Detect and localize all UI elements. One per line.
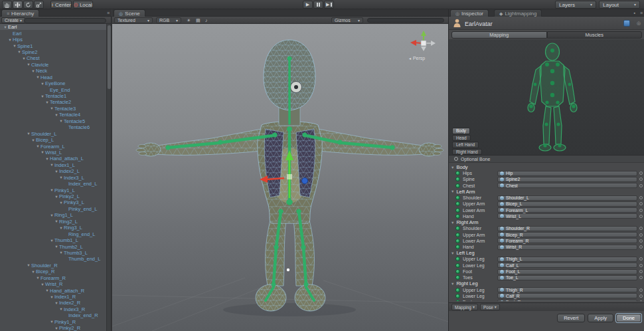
foldout-arrow-icon[interactable]: ▼ bbox=[58, 175, 64, 179]
hierarchy-item[interactable]: ▼Index2_L bbox=[0, 168, 106, 174]
hierarchy-item[interactable]: ▼Shoulder_R bbox=[0, 263, 106, 269]
bone-status-icon[interactable] bbox=[639, 276, 643, 279]
foldout-arrow-icon[interactable]: ▼ bbox=[35, 144, 40, 148]
revert-button[interactable]: Revert bbox=[557, 314, 585, 322]
foldout-arrow-icon[interactable]: ▼ bbox=[49, 320, 54, 324]
rotate-tool-button[interactable] bbox=[23, 1, 33, 9]
hierarchy-item[interactable]: ▼Ring3_L bbox=[0, 225, 106, 231]
foldout-arrow-icon[interactable]: ▼ bbox=[58, 307, 64, 311]
hierarchy-item[interactable]: ▼Bicep_R bbox=[0, 269, 106, 275]
hierarchy-item[interactable]: ▼Ring1_L bbox=[0, 212, 106, 218]
pause-button[interactable] bbox=[313, 1, 323, 9]
hierarchy-item[interactable]: ▼Wrist_R bbox=[0, 281, 106, 287]
bone-status-icon[interactable] bbox=[639, 233, 643, 237]
create-dropdown[interactable]: Create ▾ bbox=[1, 17, 25, 23]
hierarchy-item[interactable]: Thumb_end_L bbox=[0, 256, 106, 262]
hierarchy-item[interactable]: ▼Thumb3_L bbox=[0, 250, 106, 256]
hierarchy-item[interactable]: ▼Thumb2_L bbox=[0, 243, 106, 249]
scene-viewport[interactable]: ◄ Persp bbox=[112, 24, 448, 331]
bone-status-icon[interactable] bbox=[639, 264, 643, 267]
step-button[interactable]: ▶ bbox=[324, 1, 334, 9]
foldout-arrow-icon[interactable]: ▼ bbox=[44, 100, 50, 104]
hierarchy-item[interactable]: ▼Pinky3_L bbox=[0, 199, 106, 205]
color-mode-dropdown[interactable]: RGB ▾ bbox=[156, 17, 181, 23]
help-icon[interactable]: ◎ bbox=[637, 21, 641, 26]
foldout-arrow-icon[interactable]: ▼ bbox=[3, 25, 8, 29]
hierarchy-item[interactable]: ▼Earl bbox=[0, 24, 106, 30]
bone-object-field[interactable]: Calf_R bbox=[497, 293, 637, 298]
pivot-center-button[interactable]: Center bbox=[50, 1, 72, 9]
tab-lightmapping[interactable]: ◆ Lightmapping bbox=[494, 9, 542, 17]
bone-section-header[interactable]: ▼Left Leg bbox=[449, 250, 644, 256]
move-tool-button[interactable] bbox=[13, 1, 23, 9]
bone-status-icon[interactable] bbox=[639, 171, 643, 175]
hierarchy-item[interactable]: ▼Tentacle1 bbox=[0, 93, 106, 99]
hierarchy-item[interactable]: ▼Neck bbox=[0, 68, 106, 74]
foldout-arrow-icon[interactable]: ▼ bbox=[49, 213, 54, 217]
hierarchy-item[interactable]: ▼Hand_attach_L bbox=[0, 156, 106, 162]
bone-object-field[interactable]: Bicep_L bbox=[497, 201, 637, 207]
bone-object-field[interactable]: Wrist_R bbox=[497, 245, 637, 250]
hierarchy-item[interactable]: ▼Head bbox=[0, 74, 106, 80]
bone-section-header[interactable]: ▼Left Arm bbox=[449, 189, 644, 195]
bone-object-field[interactable]: Foot_L bbox=[497, 269, 637, 275]
gizmos-dropdown[interactable]: Gizmos ▾ bbox=[331, 17, 363, 23]
hierarchy-item[interactable]: Tentacle6 bbox=[0, 124, 106, 130]
hierarchy-item[interactable]: ▼Pinky2_R bbox=[0, 325, 106, 331]
lock-icon[interactable]: ▪ bbox=[634, 11, 635, 15]
foldout-arrow-icon[interactable]: ▼ bbox=[49, 239, 54, 243]
hierarchy-item[interactable]: Earl bbox=[0, 30, 106, 36]
hierarchy-item[interactable]: ▼Hips bbox=[0, 37, 106, 43]
foldout-arrow-icon[interactable]: ▼ bbox=[35, 75, 40, 79]
hierarchy-item[interactable]: Index_end_L bbox=[0, 181, 106, 187]
foldout-arrow-icon[interactable]: ▼ bbox=[40, 82, 45, 86]
bone-object-field[interactable]: Bicep_R bbox=[497, 232, 637, 237]
preview-button-body[interactable]: Body bbox=[452, 128, 470, 134]
scale-tool-button[interactable] bbox=[34, 1, 44, 9]
foldout-arrow-icon[interactable]: ▼ bbox=[54, 169, 59, 173]
hierarchy-item[interactable]: ▼Pinky2_L bbox=[0, 193, 106, 199]
panel-menu-icon[interactable]: ≡ bbox=[107, 11, 110, 15]
foldout-arrow-icon[interactable]: ▼ bbox=[58, 201, 64, 205]
bone-object-field[interactable]: Wrist_L bbox=[497, 213, 637, 219]
foldout-arrow-icon[interactable]: ▼ bbox=[21, 56, 27, 60]
hierarchy-item[interactable]: ▼Pinky1_L bbox=[0, 187, 106, 193]
play-button[interactable]: ▶ bbox=[303, 1, 313, 9]
foldout-arrow-icon[interactable]: ▼ bbox=[31, 138, 36, 142]
hierarchy-item[interactable]: ▼Spine2 bbox=[0, 49, 106, 55]
bone-status-icon[interactable] bbox=[639, 294, 643, 298]
foldout-arrow-icon[interactable]: ▼ bbox=[54, 219, 59, 223]
foldout-arrow-icon[interactable]: ▼ bbox=[451, 282, 454, 286]
hierarchy-item[interactable]: ▼Chest bbox=[0, 55, 106, 61]
bone-section-header[interactable]: ▼Body bbox=[449, 164, 644, 170]
bone-object-field[interactable]: Toe_L bbox=[497, 275, 637, 280]
foldout-arrow-icon[interactable]: ▼ bbox=[58, 119, 64, 123]
bone-section-header[interactable]: ▼Right Arm bbox=[449, 219, 644, 225]
bone-object-field[interactable]: Calf_L bbox=[497, 263, 637, 268]
bone-object-field[interactable]: Hip bbox=[497, 171, 637, 176]
hierarchy-item[interactable]: ▼Index1_L bbox=[0, 162, 106, 168]
hierarchy-item[interactable]: ▼Spine1 bbox=[0, 43, 106, 49]
bone-object-field[interactable]: Shoulder_L bbox=[497, 195, 637, 201]
hierarchy-item[interactable]: ▼EyeBone bbox=[0, 80, 106, 86]
foldout-arrow-icon[interactable]: ▼ bbox=[31, 69, 36, 73]
foldout-arrow-icon[interactable]: ▼ bbox=[7, 38, 13, 42]
bone-object-field[interactable]: Shoulder_R bbox=[497, 226, 637, 231]
apply-button[interactable]: Apply bbox=[588, 314, 613, 322]
foldout-arrow-icon[interactable]: ▼ bbox=[44, 288, 50, 292]
foldout-arrow-icon[interactable]: ▼ bbox=[44, 157, 50, 161]
bone-status-icon[interactable] bbox=[639, 209, 643, 212]
hierarchy-item[interactable]: ▼Forearm_L bbox=[0, 143, 106, 149]
pan-tool-button[interactable] bbox=[2, 1, 12, 9]
hierarchy-item[interactable]: ▼Bicep_L bbox=[0, 137, 106, 143]
foldout-arrow-icon[interactable]: ▼ bbox=[451, 221, 454, 225]
foldout-arrow-icon[interactable]: ▼ bbox=[54, 245, 59, 249]
hierarchy-item[interactable]: ▼Index2_R bbox=[0, 300, 106, 306]
panel-menu-icon[interactable]: ≡ bbox=[640, 11, 643, 15]
hierarchy-item[interactable]: ▼Hand_attach_R bbox=[0, 287, 106, 293]
tab-mapping[interactable]: Mapping bbox=[451, 31, 547, 39]
tab-inspector[interactable]: ◎ Inspector bbox=[450, 9, 489, 17]
foldout-arrow-icon[interactable]: ▼ bbox=[40, 150, 45, 154]
foldout-arrow-icon[interactable]: ▼ bbox=[49, 106, 54, 110]
foldout-arrow-icon[interactable]: ▼ bbox=[54, 326, 59, 330]
